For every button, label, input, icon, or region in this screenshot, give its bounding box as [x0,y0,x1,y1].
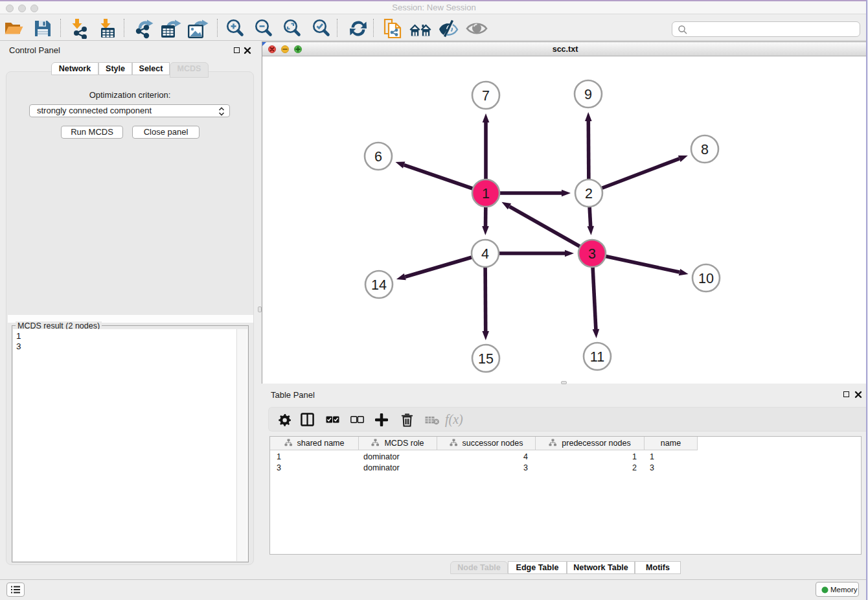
svg-text:2: 2 [585,186,593,202]
svg-text:11: 11 [590,349,604,365]
svg-text:14: 14 [371,277,387,293]
svg-text:8: 8 [701,142,709,157]
svg-text:4: 4 [481,246,489,262]
svg-text:3: 3 [588,246,596,262]
svg-text:7: 7 [482,88,490,104]
svg-text:1: 1 [482,186,490,202]
svg-text:10: 10 [698,271,714,286]
svg-text:15: 15 [478,351,494,367]
svg-text:6: 6 [374,149,382,165]
svg-text:9: 9 [584,87,592,102]
